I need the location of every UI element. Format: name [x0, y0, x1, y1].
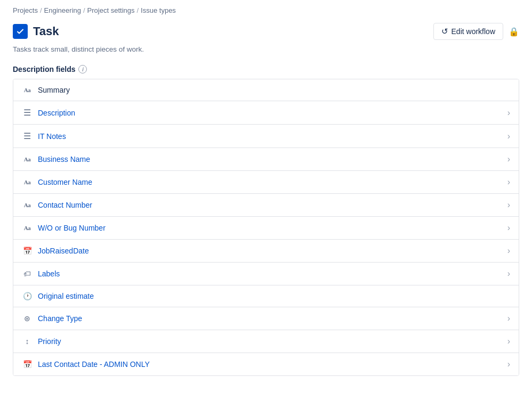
field-name-contact-number: Contact Number [38, 201, 92, 209]
field-left-business-name: Aa Business Name [22, 155, 90, 163]
text-icon: Aa [24, 156, 30, 162]
field-row-labels[interactable]: 🏷 Labels › [13, 263, 519, 285]
tag-icon: 🏷 [23, 269, 31, 278]
field-row-wo-bug-number[interactable]: Aa W/O or Bug Number › [13, 217, 519, 240]
chevron-right-icon: › [507, 246, 510, 256]
breadcrumb-projects[interactable]: Projects [13, 6, 38, 14]
field-row-summary: Aa Summary [13, 79, 519, 101]
page-subtitle: Tasks track small, distinct pieces of wo… [0, 42, 532, 63]
chevron-right-icon: › [507, 132, 510, 141]
clock-icon: 🕐 [23, 292, 32, 300]
chevron-right-icon: › [507, 337, 510, 346]
header-actions: ↺ Edit workflow 🔒 [433, 23, 519, 40]
field-type-icon-original-estimate: 🕐 [22, 292, 33, 300]
field-left-change-type: ⊛ Change Type [22, 314, 82, 323]
field-left-it-notes: ☰ IT Notes [22, 131, 66, 141]
field-type-icon-contact-number: Aa [22, 202, 33, 208]
field-left-original-estimate: 🕐 Original estimate [22, 292, 94, 300]
field-left-customer-name: Aa Customer Name [22, 178, 92, 186]
field-row-priority[interactable]: ↕ Priority › [13, 330, 519, 353]
lock-icon: 🔒 [509, 27, 519, 37]
breadcrumb-project-settings[interactable]: Project settings [87, 6, 135, 14]
chevron-right-icon: › [507, 108, 510, 118]
field-type-icon-job-raised-date: 📅 [22, 247, 33, 255]
field-name-customer-name: Customer Name [38, 178, 92, 186]
field-name-business-name: Business Name [38, 155, 90, 163]
field-left-labels: 🏷 Labels [22, 269, 60, 278]
task-type-icon [13, 24, 28, 39]
breadcrumb-issue-types[interactable]: Issue types [141, 6, 176, 14]
text-icon: Aa [24, 225, 30, 231]
chevron-circle-icon: ⊛ [24, 314, 30, 323]
field-row-customer-name[interactable]: Aa Customer Name › [13, 171, 519, 194]
field-row-change-type[interactable]: ⊛ Change Type › [13, 307, 519, 330]
chevron-right-icon: › [507, 154, 510, 164]
field-row-last-contact-date[interactable]: 📅 Last Contact Date - ADMIN ONLY › [13, 353, 519, 375]
lines-icon: ☰ [23, 131, 31, 141]
chevron-right-icon: › [507, 269, 510, 279]
chevron-right-icon: › [507, 314, 510, 323]
field-type-icon-customer-name: Aa [22, 179, 33, 185]
field-row-it-notes[interactable]: ☰ IT Notes › [13, 125, 519, 148]
chevron-right-icon: › [507, 223, 510, 233]
field-type-icon-labels: 🏷 [22, 269, 33, 278]
field-type-icon-summary: Aa [22, 87, 33, 93]
field-left-priority: ↕ Priority [22, 337, 61, 346]
field-left-description: ☰ Description [22, 108, 75, 118]
calendar-icon: 📅 [23, 360, 32, 369]
field-name-last-contact-date: Last Contact Date - ADMIN ONLY [38, 360, 150, 369]
lines-icon: ☰ [23, 108, 31, 118]
page-title-area: Task [13, 24, 59, 39]
field-name-it-notes: IT Notes [38, 132, 66, 141]
field-name-priority: Priority [38, 337, 61, 346]
text-icon: Aa [24, 202, 30, 208]
field-left-summary: Aa Summary [22, 86, 70, 94]
section-title: Description fields i [0, 63, 532, 79]
field-left-wo-bug-number: Aa W/O or Bug Number [22, 224, 106, 232]
field-type-icon-description: ☰ [22, 108, 33, 118]
field-name-change-type: Change Type [38, 314, 82, 323]
field-type-icon-priority: ↕ [22, 337, 33, 346]
page-header: Task ↺ Edit workflow 🔒 [0, 19, 532, 42]
field-left-job-raised-date: 📅 JobRaisedDate [22, 247, 89, 255]
field-row-original-estimate: 🕐 Original estimate [13, 285, 519, 307]
field-name-original-estimate: Original estimate [38, 292, 94, 300]
field-type-icon-business-name: Aa [22, 156, 33, 162]
field-left-last-contact-date: 📅 Last Contact Date - ADMIN ONLY [22, 360, 150, 369]
field-name-description: Description [38, 109, 75, 117]
edit-workflow-button[interactable]: ↺ Edit workflow [433, 23, 503, 40]
field-row-description[interactable]: ☰ Description › [13, 101, 519, 125]
field-row-contact-number[interactable]: Aa Contact Number › [13, 194, 519, 217]
field-type-icon-wo-bug-number: Aa [22, 225, 33, 231]
page-title: Task [33, 24, 59, 38]
field-type-icon-last-contact-date: 📅 [22, 360, 33, 369]
field-left-contact-number: Aa Contact Number [22, 201, 92, 209]
field-name-labels: Labels [38, 269, 60, 278]
field-row-business-name[interactable]: Aa Business Name › [13, 148, 519, 171]
field-type-icon-change-type: ⊛ [22, 314, 33, 323]
info-icon[interactable]: i [78, 65, 87, 73]
field-name-summary: Summary [38, 86, 70, 94]
fields-list: Aa Summary ☰ Description › ☰ IT Notes › … [13, 79, 519, 376]
chevron-right-icon: › [507, 177, 510, 187]
field-name-wo-bug-number: W/O or Bug Number [38, 224, 106, 232]
chevron-right-icon: › [507, 359, 510, 369]
field-name-job-raised-date: JobRaisedDate [38, 247, 89, 255]
text-icon: Aa [24, 87, 30, 93]
field-row-job-raised-date[interactable]: 📅 JobRaisedDate › [13, 240, 519, 263]
field-type-icon-it-notes: ☰ [22, 131, 33, 141]
breadcrumb-engineering[interactable]: Engineering [44, 6, 81, 14]
breadcrumb: Projects / Engineering / Project setting… [0, 0, 532, 19]
arrows-icon: ↕ [26, 337, 29, 346]
chevron-right-icon: › [507, 200, 510, 210]
text-icon: Aa [24, 179, 30, 185]
edit-workflow-label: Edit workflow [452, 27, 495, 36]
workflow-icon: ↺ [441, 27, 448, 36]
calendar-icon: 📅 [23, 247, 32, 255]
svg-rect-0 [15, 27, 25, 36]
description-fields-label: Description fields [13, 65, 75, 73]
